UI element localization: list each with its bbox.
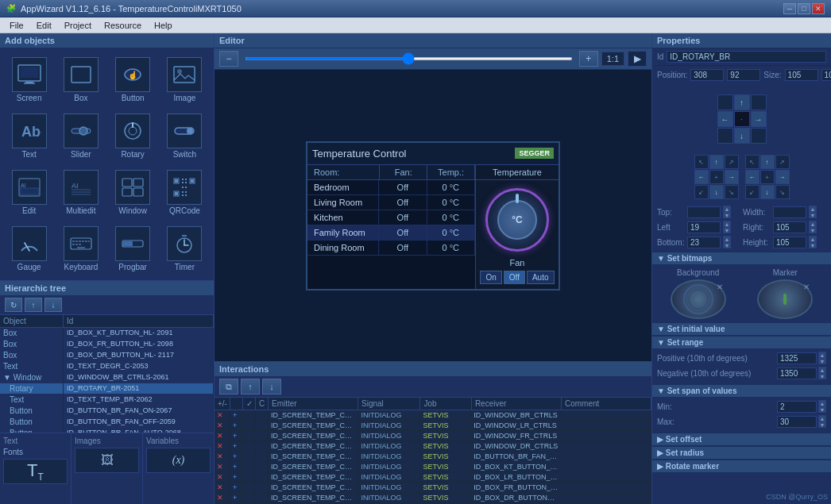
- fan-on-btn[interactable]: On: [480, 271, 501, 284]
- inter-up-btn[interactable]: ↑: [241, 379, 260, 394]
- align-r-ml[interactable]: ←: [745, 170, 759, 184]
- interaction-row[interactable]: ✕ + ID_SCREEN_TEMP_CTRL INITDIALOG SETVI…: [215, 421, 651, 431]
- obj-image[interactable]: Image: [160, 53, 209, 106]
- align-r-tc[interactable]: ↑: [760, 155, 775, 169]
- align-tr[interactable]: ↗: [725, 155, 739, 169]
- obj-multiedit[interactable]: AI Multiedit: [56, 166, 105, 219]
- interaction-row[interactable]: ✕ + ID_SCREEN_TEMP_CTRL INITDIALOG SETVI…: [215, 441, 651, 452]
- set-radius-section[interactable]: ▶ Set radius: [652, 446, 831, 460]
- images-btn[interactable]: 🖼: [75, 448, 139, 473]
- pos-y-input[interactable]: [727, 69, 760, 81]
- table-row[interactable]: TextID_TEXT_DEGR_C-2053: [0, 361, 214, 372]
- size-w-input[interactable]: [785, 69, 818, 81]
- align-r-tr[interactable]: ↗: [775, 155, 790, 169]
- arrow-n[interactable]: ↑: [734, 94, 750, 110]
- interaction-row[interactable]: ✕ + ID_SCREEN_TEMP_CTRL INITDIALOG SETVI…: [215, 483, 651, 493]
- align-mc[interactable]: +: [709, 170, 724, 184]
- marker-close-btn[interactable]: ✕: [803, 283, 810, 291]
- arrow-se[interactable]: [751, 128, 767, 144]
- obj-box[interactable]: Box: [56, 53, 105, 106]
- align-bc[interactable]: ↓: [709, 185, 724, 199]
- height-input[interactable]: [773, 237, 806, 248]
- right-input[interactable]: [773, 221, 806, 233]
- table-row[interactable]: BoxID_BOX_KT_BUTTON_HL- 2091: [0, 328, 214, 339]
- obj-switch[interactable]: Switch: [160, 110, 209, 163]
- maximize-btn[interactable]: □: [798, 3, 810, 14]
- align-r-mc[interactable]: +: [760, 170, 775, 184]
- top-dn[interactable]: ▼: [723, 212, 731, 218]
- obj-gauge[interactable]: Gauge: [5, 222, 53, 275]
- interaction-row[interactable]: ✕ + ID_SCREEN_TEMP_CTRL INITDIALOG SETVI…: [215, 472, 651, 483]
- menu-help[interactable]: Help: [148, 19, 179, 32]
- close-btn[interactable]: ✕: [812, 3, 825, 14]
- rotary-knob-widget[interactable]: °C: [485, 188, 549, 252]
- top-input[interactable]: [687, 206, 721, 218]
- height-dn[interactable]: ▼: [809, 242, 817, 248]
- arrow-s[interactable]: ↓: [734, 128, 750, 144]
- min-input[interactable]: [777, 401, 817, 413]
- width-dn[interactable]: ▼: [809, 212, 817, 218]
- align-r-mr[interactable]: →: [775, 170, 790, 184]
- max-up[interactable]: ▲: [818, 415, 826, 421]
- obj-progbar[interactable]: Progbar: [109, 222, 157, 275]
- set-span-section[interactable]: ▼ Set span of values: [652, 384, 831, 398]
- align-r-bc[interactable]: ↓: [760, 185, 775, 199]
- set-bitmaps-section[interactable]: ▼ Set bitmaps: [652, 252, 831, 265]
- arrow-e[interactable]: →: [751, 111, 767, 127]
- arrow-ne[interactable]: [751, 94, 767, 110]
- hier-down-btn[interactable]: ↓: [44, 298, 62, 312]
- fan-auto-btn[interactable]: Auto: [527, 271, 555, 284]
- table-row[interactable]: BoxID_BOX_FR_BUTTON_HL- 2098: [0, 339, 214, 350]
- left-input[interactable]: [687, 221, 721, 233]
- max-input[interactable]: [777, 416, 817, 428]
- set-initial-value-section[interactable]: ▼ Set initial value: [652, 322, 831, 336]
- pos-deg-dn[interactable]: ▼: [818, 358, 826, 364]
- list-item[interactable]: Living Room Off 0 °C: [307, 195, 475, 210]
- bottom-input[interactable]: [687, 237, 721, 248]
- list-item[interactable]: Kitchen Off 0 °C: [307, 210, 475, 225]
- arrow-nw[interactable]: [717, 94, 733, 110]
- id-input[interactable]: [667, 51, 826, 63]
- align-br[interactable]: ↘: [725, 185, 739, 199]
- interaction-row[interactable]: ✕ + ID_SCREEN_TEMP_CTRL INITDIALOG SETVI…: [215, 462, 651, 472]
- obj-edit[interactable]: AI Edit: [5, 166, 53, 219]
- min-dn[interactable]: ▼: [818, 406, 826, 413]
- align-r-bl[interactable]: ↙: [745, 185, 759, 199]
- interaction-row[interactable]: ✕ + ID_SCREEN_TEMP_CTRL INITDIALOG SETVI…: [215, 431, 651, 441]
- height-up[interactable]: ▲: [809, 236, 817, 242]
- bg-close-btn[interactable]: ✕: [717, 283, 723, 291]
- inter-copy-btn[interactable]: ⧉: [219, 379, 238, 394]
- menu-project[interactable]: Project: [58, 19, 98, 32]
- interaction-row[interactable]: ✕ + ID_SCREEN_TEMP_CTRL INITDIALOG SETVI…: [215, 410, 651, 421]
- obj-slider[interactable]: Slider: [56, 110, 105, 163]
- fan-off-btn[interactable]: Off: [504, 271, 525, 284]
- align-tc[interactable]: ↑: [709, 155, 724, 169]
- top-up[interactable]: ▲: [723, 206, 731, 212]
- list-item[interactable]: Dining Room Off 0 °C: [307, 240, 475, 256]
- zoom-out-btn[interactable]: −: [219, 51, 238, 67]
- obj-text[interactable]: Abc Text: [5, 110, 53, 163]
- neg-deg-dn[interactable]: ▼: [818, 373, 826, 379]
- hier-refresh-btn[interactable]: ↻: [5, 298, 22, 312]
- left-dn[interactable]: ▼: [723, 227, 731, 233]
- menu-resource[interactable]: Resource: [98, 19, 148, 32]
- arrow-sw[interactable]: [717, 128, 733, 144]
- positive-deg-input[interactable]: [777, 352, 817, 364]
- min-up[interactable]: ▲: [818, 400, 826, 406]
- variables-btn[interactable]: (x): [146, 448, 211, 473]
- table-row[interactable]: BoxID_BOX_DR_BUTTON_HL- 2117: [0, 350, 214, 361]
- obj-button[interactable]: ☝ Button: [109, 53, 157, 106]
- align-bl[interactable]: ↙: [694, 185, 709, 199]
- table-row[interactable]: TextID_TEXT_TEMP_BR-2062: [0, 394, 214, 406]
- menu-file[interactable]: File: [3, 19, 30, 32]
- bottom-dn[interactable]: ▼: [723, 242, 731, 248]
- pos-deg-up[interactable]: ▲: [818, 352, 826, 358]
- width-up[interactable]: ▲: [809, 206, 817, 212]
- align-tl[interactable]: ↖: [694, 155, 709, 169]
- obj-keyboard[interactable]: Keyboard: [56, 222, 105, 275]
- obj-timer[interactable]: Timer: [160, 222, 209, 275]
- zoom-slider[interactable]: [245, 57, 573, 60]
- obj-rotary[interactable]: Rotary: [109, 110, 157, 163]
- arrow-w[interactable]: ←: [717, 111, 733, 127]
- play-btn[interactable]: ▶: [628, 51, 647, 67]
